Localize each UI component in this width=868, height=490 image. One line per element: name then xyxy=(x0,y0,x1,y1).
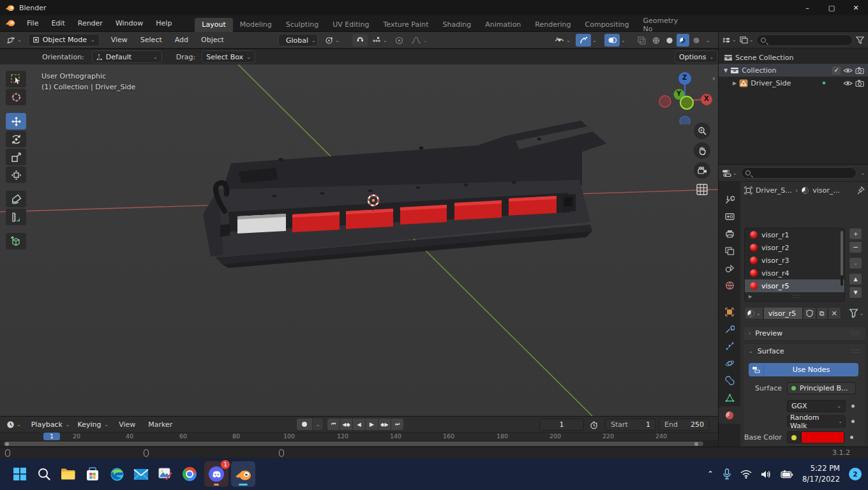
speaker-icon[interactable] xyxy=(761,470,772,479)
tab-scene-icon[interactable] xyxy=(719,260,740,277)
close-button[interactable]: ✕ xyxy=(844,0,868,15)
use-nodes-button[interactable]: Use Nodes xyxy=(749,363,858,376)
slot-label[interactable]: visor_r2 xyxy=(761,244,789,252)
start-button[interactable] xyxy=(8,461,32,487)
timeline-ruler[interactable]: 20 40 60 80 100 120 140 160 180 200 220 … xyxy=(0,433,718,440)
tab-modifiers-icon[interactable] xyxy=(719,320,740,338)
mail-button[interactable] xyxy=(129,461,153,487)
current-frame-marker[interactable]: 1 xyxy=(43,433,60,440)
outliner-item-label[interactable]: Driver_Side xyxy=(751,79,820,87)
pan-button[interactable] xyxy=(694,142,710,159)
checkbox-icon[interactable]: ✓ xyxy=(832,66,841,75)
panel-grip[interactable]: :::: xyxy=(851,330,860,336)
tab-constraints-icon[interactable] xyxy=(719,372,740,389)
tab-physics-icon[interactable] xyxy=(719,355,740,372)
outliner-row-driver-side[interactable]: ▶ Driver_Side xyxy=(719,77,868,89)
remove-slot-button[interactable]: − xyxy=(849,241,862,253)
orientation-default-dropdown[interactable]: Default⌄ xyxy=(92,50,162,63)
tool-move[interactable] xyxy=(6,113,26,130)
base-color-socket-button[interactable] xyxy=(787,431,801,443)
battery-icon[interactable] xyxy=(781,470,793,479)
slot-visor-r2[interactable]: visor_r2 xyxy=(745,241,844,254)
slot-label[interactable]: visor_r4 xyxy=(761,269,789,278)
tool-annotate[interactable] xyxy=(6,191,26,207)
scrollbar-left-handle[interactable] xyxy=(5,442,9,446)
outliner-item-label[interactable]: Collection xyxy=(742,66,830,75)
clock[interactable]: 5:22 PM 8/17/2022 xyxy=(802,463,840,484)
shading-dropdown[interactable]: ⌄ xyxy=(703,38,713,43)
gizmo-neg-z[interactable] xyxy=(680,116,690,124)
slot-visor-r3[interactable]: visor_r3 xyxy=(745,254,844,267)
xray-toggle[interactable] xyxy=(634,34,648,47)
tab-sculpting[interactable]: Sculpting xyxy=(279,18,326,32)
surface-panel-header[interactable]: ⌄ Surface :::: xyxy=(744,344,865,359)
play-button[interactable]: ▶ xyxy=(366,419,378,430)
viewport-3d[interactable]: User Orthographic (1) Collection | Drive… xyxy=(0,64,718,416)
editor-type-dropdown[interactable]: ⌄ xyxy=(4,34,24,47)
animate-dot[interactable] xyxy=(851,420,855,423)
tray-chevron-icon[interactable]: ⌃ xyxy=(707,470,714,479)
previous-keyframe-button[interactable]: ◀◆ xyxy=(340,419,352,430)
photos-button[interactable] xyxy=(153,461,177,487)
slot-specials-dropdown[interactable]: ⌄ xyxy=(849,257,862,269)
distribution-dropdown[interactable]: GGX⌄ xyxy=(787,400,846,412)
marker-menu[interactable]: Marker xyxy=(142,416,179,433)
tab-rendering[interactable]: Rendering xyxy=(528,18,578,32)
preview-panel-header[interactable]: › Preview :::: xyxy=(743,326,866,341)
new-material-copy-icon[interactable]: ⧉ xyxy=(816,307,828,320)
gizmo-neg-y[interactable] xyxy=(680,96,693,109)
properties-editor-type-dropdown[interactable]: ⌄ xyxy=(722,169,737,177)
use-preview-range-icon[interactable] xyxy=(587,419,601,431)
zoom-button[interactable] xyxy=(694,122,710,139)
visibility-dropdown[interactable]: ⌄ xyxy=(552,34,573,47)
expand-arrow-icon[interactable]: ▼ xyxy=(724,68,728,73)
tool-select-box[interactable] xyxy=(6,71,26,87)
orthographic-toggle-button[interactable] xyxy=(696,183,708,198)
properties-options-dropdown[interactable]: ⌄ xyxy=(860,170,865,176)
discord-button[interactable]: 1 xyxy=(204,461,228,487)
eye-icon[interactable] xyxy=(843,67,853,74)
animate-dot[interactable] xyxy=(851,405,855,408)
edge-button[interactable] xyxy=(105,461,129,487)
overlays-dropdown[interactable]: ⌄ xyxy=(621,38,625,43)
slot-scrollbar[interactable] xyxy=(841,231,843,286)
blender-taskbar-button[interactable] xyxy=(231,461,255,487)
unlink-material-icon[interactable]: ✕ xyxy=(828,307,841,320)
breadcrumb-material[interactable]: visor_... xyxy=(812,186,854,195)
eye-icon[interactable] xyxy=(843,80,853,87)
camera-render-icon[interactable] xyxy=(855,67,864,74)
overlays-toggle[interactable] xyxy=(604,34,620,47)
menu-add[interactable]: Add xyxy=(168,32,195,48)
mode-dropdown[interactable]: Object Mode⌄ xyxy=(28,34,100,47)
animate-dot[interactable] xyxy=(850,436,853,439)
outliner-search-input[interactable] xyxy=(756,34,853,46)
tool-measure[interactable] xyxy=(6,209,26,225)
tool-cursor[interactable] xyxy=(6,89,26,105)
tab-geometry-nodes[interactable]: Geometry No xyxy=(636,18,683,32)
tab-object-icon[interactable] xyxy=(719,303,740,320)
gizmos-dropdown[interactable]: ⌄ xyxy=(592,38,597,43)
browse-material-dropdown[interactable]: ⌄ xyxy=(744,307,763,320)
maximize-button[interactable]: ▢ xyxy=(819,0,844,15)
timeline-editor-type-dropdown[interactable]: ⌄ xyxy=(4,418,24,431)
slot-visor-r4[interactable]: visor_r4 xyxy=(745,267,844,279)
end-frame-field[interactable]: End250 xyxy=(659,419,710,431)
tab-shading[interactable]: Shading xyxy=(436,18,479,32)
proportional-falloff-dropdown[interactable]: ⌄ xyxy=(408,34,430,47)
move-slot-up-button[interactable]: ▲ xyxy=(849,273,862,285)
tab-output-icon[interactable] xyxy=(719,225,740,242)
tab-render-icon[interactable] xyxy=(719,208,740,225)
outliner-filter-mode-dropdown[interactable]: ⌄ xyxy=(740,36,754,43)
scrollbar-right-handle[interactable] xyxy=(694,442,698,446)
chrome-button[interactable] xyxy=(177,461,202,487)
move-slot-down-button[interactable]: ▼ xyxy=(849,286,862,299)
node-tree-dropdown[interactable]: ⌄ xyxy=(849,309,864,318)
auto-keyframe-button[interactable] xyxy=(297,419,312,430)
tool-add-cube[interactable] xyxy=(6,233,26,249)
panel-grip[interactable]: :::: xyxy=(851,348,860,354)
tab-uv-editing[interactable]: UV Editing xyxy=(326,18,376,32)
navigation-gizmo[interactable]: Z X Y xyxy=(657,70,712,124)
menu-file[interactable]: File xyxy=(20,15,45,32)
gizmo-neg-x[interactable] xyxy=(659,96,671,107)
menu-select[interactable]: Select xyxy=(134,32,168,48)
